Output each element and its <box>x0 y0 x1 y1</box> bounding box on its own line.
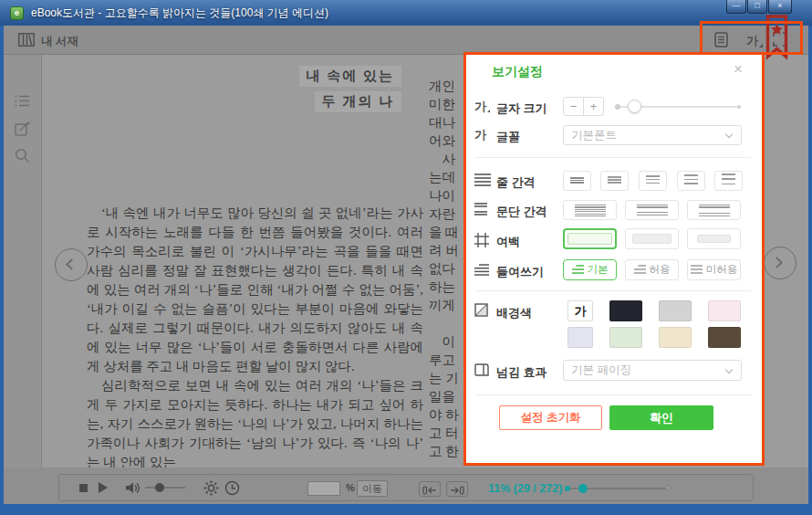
window-controls: — □ × <box>726 0 792 14</box>
font-size-stepper: − + <box>563 97 604 116</box>
divider <box>474 290 751 291</box>
background-color-swatch[interactable] <box>609 327 642 348</box>
search-icon[interactable] <box>15 148 30 167</box>
titlebar: e eBook도서관 - 고요할수록 밝아지는 것들(100쇄 기념 에디션) … <box>0 0 812 26</box>
margin-option-2[interactable] <box>625 228 679 249</box>
prev-page-button[interactable] <box>55 248 88 281</box>
font-select-value: 기본폰트 <box>571 129 617 142</box>
panel-title: 보기설정 <box>492 64 543 80</box>
background-color-swatch[interactable] <box>609 300 642 321</box>
background-color-swatch[interactable] <box>708 327 741 348</box>
speaker-icon[interactable] <box>125 480 141 499</box>
play-icon[interactable] <box>99 482 108 493</box>
reset-settings-button[interactable]: 설정 초기화 <box>499 405 602 430</box>
table-of-contents-icon[interactable] <box>15 94 30 111</box>
paragraph-spacing-option-2[interactable] <box>625 200 679 220</box>
paragraph-spacing-option-3[interactable] <box>687 200 741 220</box>
background-color-swatch[interactable] <box>659 300 692 321</box>
chevron-down-icon <box>725 366 733 373</box>
confirm-button[interactable]: 확인 <box>609 405 713 430</box>
close-button[interactable]: × <box>768 0 792 14</box>
gear-icon[interactable] <box>203 480 219 499</box>
maximize-button[interactable]: □ <box>747 0 767 14</box>
background-color-swatch[interactable] <box>708 300 741 321</box>
clock-icon[interactable] <box>224 480 240 499</box>
indent-option-default-selected[interactable]: 기본 <box>563 259 617 280</box>
close-icon[interactable]: × <box>734 60 743 79</box>
progress-knob[interactable] <box>578 484 588 493</box>
paragraph: ‘내 속엔 내가 너무도 많아 당신의 쉴 곳 없네’라는 가사로 시작하는 노… <box>87 204 423 376</box>
paragraph-spacing-icon <box>474 203 491 219</box>
font-size-slider-min-dot <box>615 104 620 110</box>
book-body-text: ‘내 속엔 내가 너무도 많아 당신의 쉴 곳 없네’라는 가사로 시작하는 노… <box>87 204 423 472</box>
my-library-label: 내 서재 <box>41 34 78 49</box>
reading-progress-text: 11% (29 / 272) <box>488 482 562 495</box>
chevron-right-icon <box>771 257 783 268</box>
volume-slider[interactable] <box>145 487 185 489</box>
indent-option-allow[interactable]: 허용 <box>625 259 679 280</box>
ebook-reader-window: e eBook도서관 - 고요할수록 밝아지는 것들(100쇄 기념 에디션) … <box>0 0 812 515</box>
font-size-slider-knob[interactable] <box>628 100 641 113</box>
font-size-decrease-button[interactable]: − <box>564 98 584 115</box>
font-icon: 가 <box>474 127 486 143</box>
line-spacing-icon <box>474 173 491 190</box>
percent-label: % <box>346 482 355 493</box>
stop-icon[interactable] <box>79 484 88 492</box>
divider <box>474 394 751 395</box>
annotation-highlight-toolbar-icons <box>700 21 803 55</box>
background-color-swatch[interactable] <box>659 327 692 348</box>
volume-knob[interactable] <box>155 483 164 492</box>
paragraph-spacing-label: 문단 간격 <box>496 204 547 220</box>
line-spacing-option-2[interactable] <box>600 171 629 191</box>
line-spacing-option-1[interactable] <box>563 171 591 191</box>
bottom-toolbar: % 이동 11% (29 / 272) <box>4 468 808 504</box>
bookshelf-icon <box>18 33 35 50</box>
playback-control-bar: % 이동 11% (29 / 272) <box>58 474 754 501</box>
paragraph-spacing-option-1[interactable] <box>563 200 617 220</box>
window-title: eBook도서관 - 고요할수록 밝아지는 것들(100쇄 기념 에디션) <box>31 0 328 26</box>
line-spacing-option-3[interactable] <box>639 171 667 191</box>
background-color-swatches <box>466 300 762 348</box>
font-size-icon: 가 <box>474 99 486 115</box>
indent-option-disallow[interactable]: 미허용 <box>687 259 741 280</box>
chapter-title: 내 속에 있는 두 개의 나 <box>299 66 402 117</box>
margin-option-1-selected[interactable] <box>563 228 617 249</box>
view-settings-panel: 보기설정 × 가 글자 크기 − + 가 글꼴 기본폰트 줄 간격 <box>463 52 765 466</box>
indent-icon <box>474 263 489 279</box>
font-size-increase-button[interactable]: + <box>584 98 603 115</box>
margin-icon <box>474 233 489 251</box>
font-label: 글꼴 <box>496 129 520 145</box>
divider <box>474 157 751 158</box>
progress-end-dot <box>665 485 671 490</box>
font-size-label: 글자 크기 <box>496 100 547 117</box>
line-spacing-option-4[interactable] <box>677 171 705 191</box>
skip-to-start-button[interactable] <box>419 481 441 497</box>
left-sidebar <box>4 55 42 468</box>
chevron-left-icon <box>66 258 78 270</box>
chapter-title-line: 내 속에 있는 <box>299 66 402 87</box>
app-icon: e <box>10 6 24 20</box>
margin-label: 여백 <box>496 234 520 250</box>
indent-label: 들여쓰기 <box>496 264 544 280</box>
top-toolbar: 내 서재 가 <box>4 26 808 55</box>
page-effect-value: 기본 페이징 <box>571 363 631 376</box>
font-size-slider-max-dot <box>737 105 741 109</box>
font-select[interactable]: 기본폰트 <box>563 125 742 145</box>
goto-button[interactable]: 이동 <box>357 480 388 497</box>
page-percent-input[interactable] <box>307 481 340 496</box>
line-spacing-option-5[interactable] <box>714 171 743 191</box>
background-color-swatch[interactable] <box>567 327 593 348</box>
note-edit-icon[interactable] <box>15 121 30 140</box>
skip-to-end-button[interactable] <box>446 481 468 497</box>
chevron-down-icon <box>725 131 733 138</box>
minimize-button[interactable]: — <box>726 0 746 14</box>
margin-option-3[interactable] <box>687 228 741 249</box>
progress-marker-dot <box>565 486 570 491</box>
page-effect-select[interactable]: 기본 페이징 <box>563 360 742 381</box>
page-effect-label: 넘김 효과 <box>496 364 547 381</box>
next-page-button[interactable] <box>764 247 796 279</box>
my-library-button[interactable]: 내 서재 <box>18 33 78 50</box>
paragraph: 심리학적으로 보면 내 속에 있는 여러 개의 ‘나’들은 크게 두 가지로 모… <box>87 376 423 472</box>
page-effect-icon <box>474 363 489 381</box>
chapter-title-line: 두 개의 나 <box>315 91 402 112</box>
